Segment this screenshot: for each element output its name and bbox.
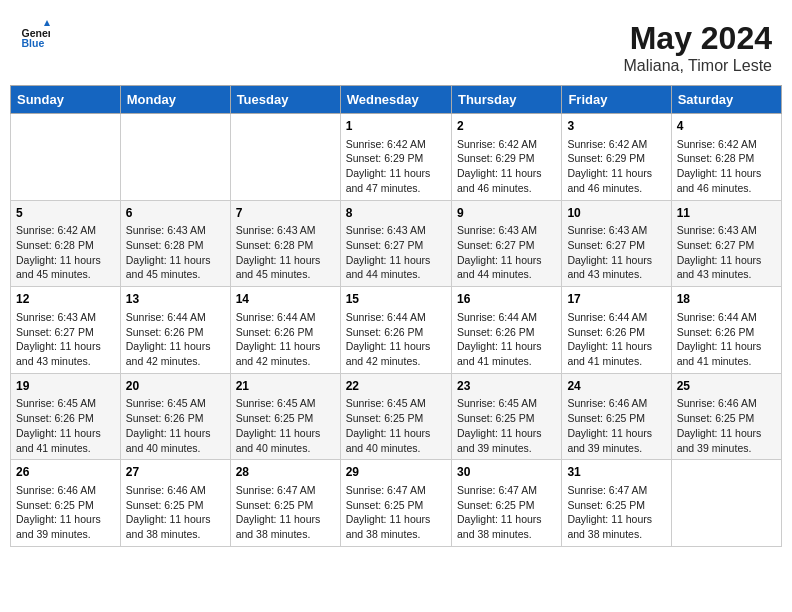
calendar-cell: 6Sunrise: 6:43 AMSunset: 6:28 PMDaylight… — [120, 200, 230, 287]
calendar-cell: 9Sunrise: 6:43 AMSunset: 6:27 PMDaylight… — [451, 200, 561, 287]
day-info: Sunrise: 6:44 AMSunset: 6:26 PMDaylight:… — [457, 310, 556, 369]
calendar-table: SundayMondayTuesdayWednesdayThursdayFrid… — [10, 85, 782, 547]
calendar-week-4: 19Sunrise: 6:45 AMSunset: 6:26 PMDayligh… — [11, 373, 782, 460]
calendar-cell: 8Sunrise: 6:43 AMSunset: 6:27 PMDaylight… — [340, 200, 451, 287]
day-number: 30 — [457, 464, 556, 481]
day-info: Sunrise: 6:45 AMSunset: 6:25 PMDaylight:… — [457, 396, 556, 455]
calendar-cell: 4Sunrise: 6:42 AMSunset: 6:28 PMDaylight… — [671, 114, 781, 201]
calendar-cell: 1Sunrise: 6:42 AMSunset: 6:29 PMDaylight… — [340, 114, 451, 201]
day-info: Sunrise: 6:44 AMSunset: 6:26 PMDaylight:… — [236, 310, 335, 369]
col-header-tuesday: Tuesday — [230, 86, 340, 114]
day-info: Sunrise: 6:43 AMSunset: 6:27 PMDaylight:… — [346, 223, 446, 282]
svg-text:Blue: Blue — [22, 37, 45, 49]
day-info: Sunrise: 6:43 AMSunset: 6:28 PMDaylight:… — [126, 223, 225, 282]
day-number: 15 — [346, 291, 446, 308]
day-info: Sunrise: 6:45 AMSunset: 6:25 PMDaylight:… — [346, 396, 446, 455]
calendar-cell: 28Sunrise: 6:47 AMSunset: 6:25 PMDayligh… — [230, 460, 340, 547]
day-info: Sunrise: 6:42 AMSunset: 6:29 PMDaylight:… — [567, 137, 665, 196]
title-block: May 2024 Maliana, Timor Leste — [623, 20, 772, 75]
day-info: Sunrise: 6:42 AMSunset: 6:28 PMDaylight:… — [16, 223, 115, 282]
page-header: General Blue May 2024 Maliana, Timor Les… — [10, 10, 782, 80]
day-number: 17 — [567, 291, 665, 308]
calendar-cell: 31Sunrise: 6:47 AMSunset: 6:25 PMDayligh… — [562, 460, 671, 547]
day-info: Sunrise: 6:43 AMSunset: 6:27 PMDaylight:… — [457, 223, 556, 282]
day-number: 28 — [236, 464, 335, 481]
day-info: Sunrise: 6:47 AMSunset: 6:25 PMDaylight:… — [567, 483, 665, 542]
day-number: 25 — [677, 378, 776, 395]
calendar-week-2: 5Sunrise: 6:42 AMSunset: 6:28 PMDaylight… — [11, 200, 782, 287]
day-info: Sunrise: 6:46 AMSunset: 6:25 PMDaylight:… — [16, 483, 115, 542]
calendar-cell: 23Sunrise: 6:45 AMSunset: 6:25 PMDayligh… — [451, 373, 561, 460]
day-number: 3 — [567, 118, 665, 135]
day-number: 8 — [346, 205, 446, 222]
day-number: 23 — [457, 378, 556, 395]
day-number: 26 — [16, 464, 115, 481]
col-header-thursday: Thursday — [451, 86, 561, 114]
day-number: 7 — [236, 205, 335, 222]
calendar-cell — [120, 114, 230, 201]
day-number: 18 — [677, 291, 776, 308]
calendar-cell: 3Sunrise: 6:42 AMSunset: 6:29 PMDaylight… — [562, 114, 671, 201]
day-info: Sunrise: 6:44 AMSunset: 6:26 PMDaylight:… — [126, 310, 225, 369]
calendar-cell: 25Sunrise: 6:46 AMSunset: 6:25 PMDayligh… — [671, 373, 781, 460]
calendar-cell: 14Sunrise: 6:44 AMSunset: 6:26 PMDayligh… — [230, 287, 340, 374]
day-info: Sunrise: 6:42 AMSunset: 6:29 PMDaylight:… — [457, 137, 556, 196]
day-number: 2 — [457, 118, 556, 135]
day-info: Sunrise: 6:43 AMSunset: 6:27 PMDaylight:… — [16, 310, 115, 369]
day-number: 9 — [457, 205, 556, 222]
calendar-cell: 29Sunrise: 6:47 AMSunset: 6:25 PMDayligh… — [340, 460, 451, 547]
calendar-cell — [230, 114, 340, 201]
month-year-title: May 2024 — [623, 20, 772, 57]
calendar-cell: 22Sunrise: 6:45 AMSunset: 6:25 PMDayligh… — [340, 373, 451, 460]
day-info: Sunrise: 6:45 AMSunset: 6:26 PMDaylight:… — [126, 396, 225, 455]
day-info: Sunrise: 6:44 AMSunset: 6:26 PMDaylight:… — [567, 310, 665, 369]
calendar-cell: 15Sunrise: 6:44 AMSunset: 6:26 PMDayligh… — [340, 287, 451, 374]
day-info: Sunrise: 6:47 AMSunset: 6:25 PMDaylight:… — [457, 483, 556, 542]
day-number: 1 — [346, 118, 446, 135]
day-info: Sunrise: 6:46 AMSunset: 6:25 PMDaylight:… — [126, 483, 225, 542]
day-info: Sunrise: 6:46 AMSunset: 6:25 PMDaylight:… — [567, 396, 665, 455]
day-number: 29 — [346, 464, 446, 481]
day-info: Sunrise: 6:45 AMSunset: 6:25 PMDaylight:… — [236, 396, 335, 455]
day-info: Sunrise: 6:45 AMSunset: 6:26 PMDaylight:… — [16, 396, 115, 455]
calendar-cell: 2Sunrise: 6:42 AMSunset: 6:29 PMDaylight… — [451, 114, 561, 201]
day-info: Sunrise: 6:42 AMSunset: 6:29 PMDaylight:… — [346, 137, 446, 196]
col-header-friday: Friday — [562, 86, 671, 114]
calendar-header-row: SundayMondayTuesdayWednesdayThursdayFrid… — [11, 86, 782, 114]
day-number: 20 — [126, 378, 225, 395]
day-info: Sunrise: 6:44 AMSunset: 6:26 PMDaylight:… — [677, 310, 776, 369]
col-header-sunday: Sunday — [11, 86, 121, 114]
calendar-cell: 13Sunrise: 6:44 AMSunset: 6:26 PMDayligh… — [120, 287, 230, 374]
day-number: 6 — [126, 205, 225, 222]
day-number: 31 — [567, 464, 665, 481]
day-number: 19 — [16, 378, 115, 395]
calendar-cell — [11, 114, 121, 201]
calendar-cell: 5Sunrise: 6:42 AMSunset: 6:28 PMDaylight… — [11, 200, 121, 287]
col-header-wednesday: Wednesday — [340, 86, 451, 114]
day-info: Sunrise: 6:42 AMSunset: 6:28 PMDaylight:… — [677, 137, 776, 196]
calendar-cell: 10Sunrise: 6:43 AMSunset: 6:27 PMDayligh… — [562, 200, 671, 287]
calendar-cell: 19Sunrise: 6:45 AMSunset: 6:26 PMDayligh… — [11, 373, 121, 460]
day-number: 12 — [16, 291, 115, 308]
calendar-cell: 21Sunrise: 6:45 AMSunset: 6:25 PMDayligh… — [230, 373, 340, 460]
logo-icon: General Blue — [20, 20, 50, 50]
calendar-cell: 18Sunrise: 6:44 AMSunset: 6:26 PMDayligh… — [671, 287, 781, 374]
col-header-saturday: Saturday — [671, 86, 781, 114]
day-number: 21 — [236, 378, 335, 395]
day-number: 11 — [677, 205, 776, 222]
calendar-cell: 16Sunrise: 6:44 AMSunset: 6:26 PMDayligh… — [451, 287, 561, 374]
calendar-cell: 27Sunrise: 6:46 AMSunset: 6:25 PMDayligh… — [120, 460, 230, 547]
day-info: Sunrise: 6:46 AMSunset: 6:25 PMDaylight:… — [677, 396, 776, 455]
day-number: 5 — [16, 205, 115, 222]
calendar-cell: 30Sunrise: 6:47 AMSunset: 6:25 PMDayligh… — [451, 460, 561, 547]
calendar-cell: 20Sunrise: 6:45 AMSunset: 6:26 PMDayligh… — [120, 373, 230, 460]
day-number: 14 — [236, 291, 335, 308]
day-info: Sunrise: 6:47 AMSunset: 6:25 PMDaylight:… — [346, 483, 446, 542]
day-number: 4 — [677, 118, 776, 135]
calendar-week-5: 26Sunrise: 6:46 AMSunset: 6:25 PMDayligh… — [11, 460, 782, 547]
calendar-week-3: 12Sunrise: 6:43 AMSunset: 6:27 PMDayligh… — [11, 287, 782, 374]
day-number: 13 — [126, 291, 225, 308]
day-info: Sunrise: 6:47 AMSunset: 6:25 PMDaylight:… — [236, 483, 335, 542]
calendar-cell: 12Sunrise: 6:43 AMSunset: 6:27 PMDayligh… — [11, 287, 121, 374]
calendar-cell: 11Sunrise: 6:43 AMSunset: 6:27 PMDayligh… — [671, 200, 781, 287]
